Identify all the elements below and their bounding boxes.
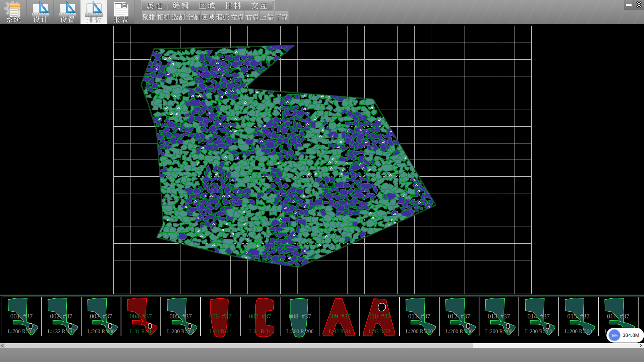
svg-text:L:200 R:200: L:200 R:200 bbox=[88, 328, 115, 334]
svg-text:012_#37: 012_#37 bbox=[448, 313, 470, 320]
svg-text:L:132 R:132: L:132 R:132 bbox=[48, 328, 75, 334]
svg-text:016_#37: 016_#37 bbox=[607, 313, 630, 320]
svg-text:004_#37: 004_#37 bbox=[130, 313, 152, 320]
svg-text:L:200 R:200: L:200 R:200 bbox=[525, 328, 552, 334]
svg-text:001_#37: 001_#37 bbox=[10, 313, 33, 320]
svg-text:L:200 R:200: L:200 R:200 bbox=[167, 328, 194, 334]
svg-text:005_#37: 005_#37 bbox=[169, 313, 192, 320]
svg-text:38%: 38% bbox=[611, 334, 618, 337]
svg-text:L:32 R:31: L:32 R:31 bbox=[329, 328, 351, 334]
svg-text:006_#37: 006_#37 bbox=[209, 313, 232, 320]
svg-text:L:31 R:31: L:31 R:31 bbox=[130, 328, 152, 334]
svg-text:014_#37: 014_#37 bbox=[528, 313, 550, 320]
svg-text:L:200 R:200: L:200 R:200 bbox=[286, 328, 314, 334]
svg-text:003_#37: 003_#37 bbox=[90, 313, 112, 320]
svg-text:L:700 R:700: L:700 R:700 bbox=[8, 328, 35, 334]
svg-text:008_#37: 008_#37 bbox=[289, 313, 311, 320]
svg-text:L:200 R:200: L:200 R:200 bbox=[485, 328, 513, 334]
svg-text:384.8M: 384.8M bbox=[623, 332, 639, 338]
svg-text:L:200 R:200: L:200 R:200 bbox=[445, 328, 473, 334]
svg-text:013_#37: 013_#37 bbox=[488, 313, 510, 320]
svg-text:009_#37: 009_#37 bbox=[329, 313, 351, 320]
svg-text:L:21 R:21: L:21 R:21 bbox=[209, 328, 231, 334]
svg-text:010_#37: 010_#37 bbox=[368, 313, 391, 320]
svg-text:011_#37: 011_#37 bbox=[408, 313, 430, 320]
svg-text:007_#37: 007_#37 bbox=[249, 313, 271, 320]
svg-text:L:200 R:200: L:200 R:200 bbox=[565, 328, 592, 334]
svg-text:015_#37: 015_#37 bbox=[567, 313, 590, 320]
svg-text:L:200 R:200: L:200 R:200 bbox=[406, 328, 433, 334]
svg-text:002_#37: 002_#37 bbox=[50, 313, 72, 320]
svg-text:L:31 R:31: L:31 R:31 bbox=[249, 328, 271, 334]
svg-text:L:33 R:33: L:33 R:33 bbox=[369, 328, 390, 334]
